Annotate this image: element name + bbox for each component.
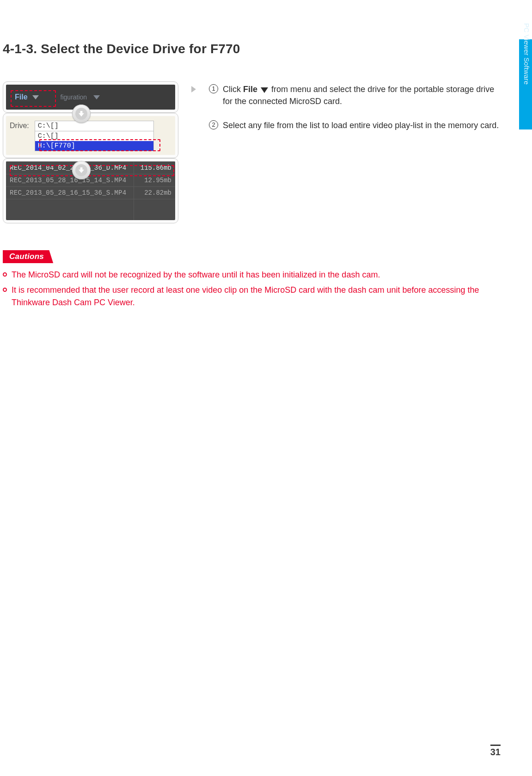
file-name: REC_2013_05_28_16_15_14_S.MP4 xyxy=(6,177,134,184)
app-toolbar: File figuration xyxy=(6,85,175,110)
instruction-step: 1 Click File from menu and select the dr… xyxy=(209,83,500,107)
file-row[interactable]: REC_2014_04_02_20_33_36_D.MP4 115.86mb xyxy=(6,161,175,174)
instruction-column: 1 Click File from menu and select the dr… xyxy=(209,81,500,143)
configuration-menu-button[interactable]: figuration xyxy=(61,93,100,101)
file-size: 12.95mb xyxy=(134,174,175,186)
chapter-title: PC Viewer Software xyxy=(523,23,530,85)
step-text: Select any file from the list to load en… xyxy=(223,119,499,131)
file-menu-button[interactable]: File xyxy=(10,91,44,104)
caution-text: It is recommended that the user record a… xyxy=(12,284,500,309)
bullet-icon xyxy=(3,288,7,292)
drive-selected-value: C:\[] xyxy=(35,121,153,131)
configuration-menu-label: figuration xyxy=(61,93,87,101)
screenshot-illustration: File figuration Drive: xyxy=(3,81,178,223)
down-arrow-step-icon xyxy=(72,105,91,123)
section-heading: 4-1-3. Select the Device Drive for F770 xyxy=(3,42,500,56)
step-number-badge: 1 xyxy=(209,84,218,93)
drive-option[interactable]: H:\[F770] xyxy=(35,141,153,151)
file-row[interactable]: REC_2013_05_28_16_15_36_S.MP4 22.82mb xyxy=(6,186,175,199)
caution-item: It is recommended that the user record a… xyxy=(3,284,500,309)
file-row-empty xyxy=(6,199,175,220)
file-row[interactable]: REC_2013_05_28_16_15_14_S.MP4 12.95mb xyxy=(6,174,175,186)
cautions-section: Cautions The MicroSD card will not be re… xyxy=(3,250,500,309)
chevron-down-icon xyxy=(32,95,39,99)
cautions-heading: Cautions xyxy=(3,250,53,263)
bullet-icon xyxy=(3,272,7,277)
page-number: 31 xyxy=(490,745,501,758)
triangle-down-icon xyxy=(261,87,268,93)
file-size: 22.82mb xyxy=(134,187,175,199)
screenshot-toolbar-card: File figuration xyxy=(3,81,178,113)
chapter-side-tab-text: 04PC Viewer Software xyxy=(523,12,530,85)
caution-item: The MicroSD card will not be recognized … xyxy=(3,269,500,281)
pointer-right-icon xyxy=(191,86,196,92)
drive-combobox[interactable]: C:\[] C:\[] H:\[F770] xyxy=(35,121,154,151)
screenshot-drive-card: Drive: C:\[] C:\[] H:\[F770] xyxy=(3,113,178,158)
chapter-side-tab: 04PC Viewer Software xyxy=(519,39,532,129)
instruction-step: 2 Select any file from the list to load … xyxy=(209,119,500,131)
file-menu-label: File xyxy=(15,93,28,101)
page-number-value: 31 xyxy=(490,747,501,757)
screenshot-filelist-card: REC_2014_04_02_20_33_36_D.MP4 115.86mb R… xyxy=(3,158,178,223)
file-name: REC_2013_05_28_16_15_36_S.MP4 xyxy=(6,189,134,197)
file-size: 115.86mb xyxy=(134,162,175,174)
step-text-part: Click xyxy=(223,85,243,94)
cautions-list: The MicroSD card will not be recognized … xyxy=(3,269,500,309)
file-name: REC_2014_04_02_20_33_36_D.MP4 xyxy=(6,164,134,172)
step-number-badge: 2 xyxy=(209,120,218,129)
chevron-down-icon xyxy=(93,95,100,99)
drive-option[interactable]: C:\[] xyxy=(35,131,153,141)
drive-label: Drive: xyxy=(10,121,29,130)
step-text-bold: File xyxy=(243,85,257,94)
file-list: REC_2014_04_02_20_33_36_D.MP4 115.86mb R… xyxy=(6,161,175,220)
down-arrow-step-icon xyxy=(72,161,91,179)
step-text: Click File from menu and select the driv… xyxy=(223,83,500,107)
caution-text: The MicroSD card will not be recognized … xyxy=(12,269,380,281)
chapter-number: 04 xyxy=(523,12,530,20)
drive-selector-panel: Drive: C:\[] C:\[] H:\[F770] xyxy=(6,116,175,155)
